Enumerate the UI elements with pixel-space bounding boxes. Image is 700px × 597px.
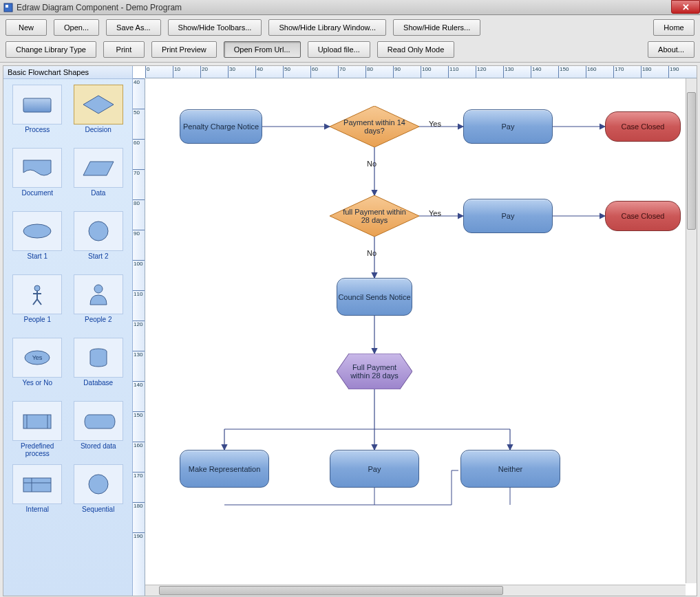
svg-point-7: [34, 285, 40, 291]
node-make-representation[interactable]: Make Representation: [180, 450, 269, 488]
svg-point-8: [94, 285, 103, 293]
titlebar: Edraw Diagram Component - Demo Program ✕: [0, 0, 700, 15]
node-label: Make Representation: [189, 465, 261, 473]
node-penalty-charge[interactable]: Penalty Charge Notice: [180, 109, 262, 144]
showhide-toolbars-button[interactable]: Show/Hide Toolbars...: [168, 19, 262, 36]
shape-label: Predefined process: [9, 442, 66, 459]
svg-rect-1: [6, 5, 8, 8]
svg-point-5: [23, 224, 51, 238]
save-as-button[interactable]: Save As...: [106, 19, 161, 36]
node-payment-28[interactable]: full Payment within 28 days: [330, 195, 419, 237]
node-case-closed-1[interactable]: Case Closed: [605, 111, 681, 142]
svg-rect-12: [23, 415, 51, 428]
shape-start2[interactable]: Start 2: [70, 211, 127, 269]
shape-label: Sequential: [82, 506, 114, 522]
svg-point-6: [89, 221, 108, 241]
open-button[interactable]: Open...: [54, 19, 99, 36]
node-pay-2[interactable]: Pay: [463, 199, 553, 233]
node-pay-3[interactable]: Pay: [330, 450, 419, 488]
svg-rect-2: [23, 98, 51, 112]
close-button[interactable]: ✕: [671, 0, 700, 14]
shape-label: Database: [83, 379, 113, 395]
toolbar-row-2: Change Library Type Print Print Preview …: [6, 41, 694, 58]
scrollbar-thumb[interactable]: [159, 586, 503, 595]
node-label: Pay: [502, 122, 515, 131]
edge-label-no-2: No: [367, 249, 376, 257]
toolbar-area: New Open... Save As... Show/Hide Toolbar…: [0, 15, 700, 63]
svg-marker-4: [83, 162, 114, 175]
edge-label-yes-2: Yes: [429, 209, 441, 217]
print-preview-button[interactable]: Print Preview: [151, 41, 217, 58]
shape-document[interactable]: Document: [9, 148, 66, 206]
shape-label: People 2: [85, 316, 112, 332]
node-label: full Payment within 28 days: [341, 208, 408, 224]
about-button[interactable]: About...: [648, 41, 694, 58]
shape-yesno[interactable]: Yes Yes or No: [9, 338, 66, 395]
node-label: Neither: [498, 465, 522, 473]
scrollbar-horizontal[interactable]: [145, 585, 686, 596]
change-library-button[interactable]: Change Library Type: [6, 41, 96, 58]
node-full-payment-28[interactable]: Full Payment within 28 days: [337, 354, 412, 389]
node-label: Pay: [502, 212, 515, 220]
content-area: Basic Flowchart Shapes Process Decision …: [3, 65, 697, 596]
svg-point-18: [89, 475, 108, 494]
window-title: Edraw Diagram Component - Demo Program: [17, 3, 697, 12]
shape-people1[interactable]: People 1: [9, 274, 66, 332]
shape-label: Yes or No: [22, 379, 52, 395]
shapes-library-panel: Basic Flowchart Shapes Process Decision …: [3, 66, 133, 596]
svg-marker-3: [83, 96, 114, 113]
node-label: Payment within 14 days?: [341, 118, 408, 135]
open-from-url-button[interactable]: Open From Url...: [224, 41, 301, 58]
ruler-vertical: 4050607080901001101201301401501601701801…: [133, 78, 145, 596]
node-label: Full Payment within 28 days: [345, 363, 404, 380]
scrollbar-thumb[interactable]: [687, 92, 696, 230]
node-label: Case Closed: [622, 212, 665, 220]
read-only-button[interactable]: Read Only Mode: [377, 41, 455, 58]
shape-process[interactable]: Process: [9, 85, 66, 142]
node-label: Penalty Charge Notice: [183, 122, 259, 131]
shape-label: Data: [91, 189, 105, 206]
shape-label: Document: [21, 189, 53, 206]
shape-internal[interactable]: Internal: [9, 464, 66, 522]
diagram-canvas[interactable]: Penalty Charge Notice Payment within 14 …: [145, 78, 697, 596]
svg-rect-15: [23, 478, 51, 492]
node-case-closed-2[interactable]: Case Closed: [605, 201, 681, 231]
node-neither[interactable]: Neither: [460, 450, 560, 488]
shape-start1[interactable]: Start 1: [9, 211, 66, 269]
node-payment-14[interactable]: Payment within 14 days?: [330, 106, 419, 147]
showhide-rulers-button[interactable]: Show/Hide Rulers...: [393, 19, 480, 36]
node-label: Pay: [368, 465, 381, 473]
shapes-library-title: Basic Flowchart Shapes: [3, 66, 132, 79]
svg-text:Yes: Yes: [32, 354, 43, 361]
shapes-grid: Process Decision Document Data Start 1 S…: [3, 79, 132, 528]
new-button[interactable]: New: [6, 19, 47, 36]
shape-data[interactable]: Data: [70, 148, 127, 206]
shape-decision[interactable]: Decision: [70, 85, 127, 142]
shape-label: Process: [25, 126, 50, 142]
shape-predefined[interactable]: Predefined process: [9, 401, 66, 459]
shape-people2[interactable]: People 2: [70, 274, 127, 332]
node-label: Case Closed: [622, 122, 665, 131]
node-pay-1[interactable]: Pay: [463, 109, 553, 144]
shape-label: Start 2: [88, 252, 108, 269]
print-button[interactable]: Print: [103, 41, 145, 58]
scrollbar-vertical[interactable]: [686, 78, 697, 583]
app-icon: [3, 2, 14, 13]
shape-stored[interactable]: Stored data: [70, 401, 127, 459]
shape-database[interactable]: Database: [70, 338, 127, 395]
showhide-library-button[interactable]: Show/Hide Library Window...: [268, 19, 386, 36]
shape-label: People 1: [24, 316, 51, 332]
shape-label: Decision: [85, 126, 112, 142]
node-label: Council Sends Notice: [338, 293, 410, 301]
home-button[interactable]: Home: [653, 19, 694, 36]
upload-file-button[interactable]: Upload file...: [308, 41, 370, 58]
node-council-notice[interactable]: Council Sends Notice: [337, 278, 412, 316]
close-icon: ✕: [682, 2, 690, 12]
canvas-area: 0102030405060708090100110120130140150160…: [133, 66, 697, 596]
shape-label: Internal: [26, 506, 49, 522]
toolbar-row-1: New Open... Save As... Show/Hide Toolbar…: [6, 19, 694, 36]
ruler-horizontal: 0102030405060708090100110120130140150160…: [145, 66, 697, 78]
edge-label-yes-1: Yes: [429, 120, 441, 128]
edge-label-no-1: No: [367, 160, 376, 168]
shape-sequential[interactable]: Sequential: [70, 464, 127, 522]
